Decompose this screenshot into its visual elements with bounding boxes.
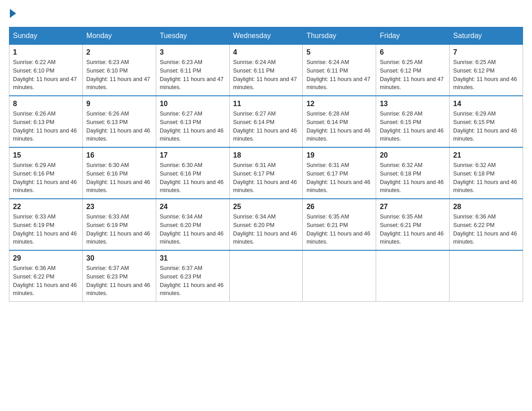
day-info: Sunrise: 6:30 AM Sunset: 6:16 PM Dayligh… <box>86 161 152 195</box>
day-info: Sunrise: 6:33 AM Sunset: 6:19 PM Dayligh… <box>13 213 79 246</box>
calendar-cell: 16 Sunrise: 6:30 AM Sunset: 6:16 PM Dayl… <box>82 147 156 199</box>
day-info: Sunrise: 6:23 AM Sunset: 6:10 PM Dayligh… <box>86 58 152 92</box>
calendar-cell: 15 Sunrise: 6:29 AM Sunset: 6:16 PM Dayl… <box>9 147 83 199</box>
calendar-cell: 31 Sunrise: 6:37 AM Sunset: 6:23 PM Dayl… <box>156 250 229 302</box>
day-info: Sunrise: 6:25 AM Sunset: 6:12 PM Dayligh… <box>453 58 519 92</box>
day-info: Sunrise: 6:27 AM Sunset: 6:14 PM Dayligh… <box>233 110 299 143</box>
calendar-cell: 21 Sunrise: 6:32 AM Sunset: 6:18 PM Dayl… <box>450 147 523 199</box>
day-number: 19 <box>306 151 372 159</box>
day-info: Sunrise: 6:36 AM Sunset: 6:22 PM Dayligh… <box>453 213 519 246</box>
calendar-cell: 8 Sunrise: 6:26 AM Sunset: 6:13 PM Dayli… <box>9 96 83 147</box>
day-number: 28 <box>453 203 519 211</box>
header-friday: Friday <box>376 27 450 45</box>
day-info: Sunrise: 6:23 AM Sunset: 6:11 PM Dayligh… <box>160 58 226 92</box>
day-number: 27 <box>380 203 446 211</box>
header-row: SundayMondayTuesdayWednesdayThursdayFrid… <box>9 27 523 45</box>
day-info: Sunrise: 6:26 AM Sunset: 6:13 PM Dayligh… <box>86 110 152 143</box>
calendar-table: SundayMondayTuesdayWednesdayThursdayFrid… <box>9 27 523 302</box>
day-info: Sunrise: 6:31 AM Sunset: 6:17 PM Dayligh… <box>306 161 372 195</box>
day-number: 15 <box>13 151 79 159</box>
day-number: 6 <box>380 48 446 56</box>
calendar-cell <box>450 250 523 302</box>
calendar-cell: 26 Sunrise: 6:35 AM Sunset: 6:21 PM Dayl… <box>303 199 376 250</box>
day-number: 7 <box>453 48 519 56</box>
header-tuesday: Tuesday <box>156 27 229 45</box>
logo-arrow-icon <box>10 9 16 18</box>
day-number: 20 <box>380 151 446 159</box>
day-number: 18 <box>233 151 299 159</box>
header-monday: Monday <box>82 27 156 45</box>
calendar-cell: 27 Sunrise: 6:35 AM Sunset: 6:21 PM Dayl… <box>376 199 450 250</box>
day-number: 10 <box>160 100 226 108</box>
calendar-cell: 11 Sunrise: 6:27 AM Sunset: 6:14 PM Dayl… <box>229 96 303 147</box>
week-row-4: 22 Sunrise: 6:33 AM Sunset: 6:19 PM Dayl… <box>9 199 523 250</box>
logo-blue-part <box>9 9 17 18</box>
calendar-cell <box>376 250 450 302</box>
calendar-cell: 9 Sunrise: 6:26 AM Sunset: 6:13 PM Dayli… <box>82 96 156 147</box>
day-number: 1 <box>13 48 79 56</box>
day-number: 24 <box>160 203 226 211</box>
calendar-cell: 4 Sunrise: 6:24 AM Sunset: 6:11 PM Dayli… <box>229 45 303 96</box>
calendar-cell: 2 Sunrise: 6:23 AM Sunset: 6:10 PM Dayli… <box>82 45 156 96</box>
calendar-cell: 18 Sunrise: 6:31 AM Sunset: 6:17 PM Dayl… <box>229 147 303 199</box>
day-info: Sunrise: 6:35 AM Sunset: 6:21 PM Dayligh… <box>306 213 372 246</box>
calendar-cell: 28 Sunrise: 6:36 AM Sunset: 6:22 PM Dayl… <box>450 199 523 250</box>
week-row-2: 8 Sunrise: 6:26 AM Sunset: 6:13 PM Dayli… <box>9 96 523 147</box>
day-info: Sunrise: 6:26 AM Sunset: 6:13 PM Dayligh… <box>13 110 79 143</box>
day-number: 11 <box>233 100 299 108</box>
header-saturday: Saturday <box>450 27 523 45</box>
day-info: Sunrise: 6:36 AM Sunset: 6:22 PM Dayligh… <box>13 264 79 298</box>
day-number: 31 <box>160 254 226 262</box>
day-info: Sunrise: 6:37 AM Sunset: 6:23 PM Dayligh… <box>160 264 226 298</box>
calendar-cell: 20 Sunrise: 6:32 AM Sunset: 6:18 PM Dayl… <box>376 147 450 199</box>
calendar-cell: 10 Sunrise: 6:27 AM Sunset: 6:13 PM Dayl… <box>156 96 229 147</box>
day-info: Sunrise: 6:32 AM Sunset: 6:18 PM Dayligh… <box>453 161 519 195</box>
day-info: Sunrise: 6:30 AM Sunset: 6:16 PM Dayligh… <box>160 161 226 195</box>
day-info: Sunrise: 6:27 AM Sunset: 6:13 PM Dayligh… <box>160 110 226 143</box>
header-wednesday: Wednesday <box>229 27 303 45</box>
calendar-cell: 7 Sunrise: 6:25 AM Sunset: 6:12 PM Dayli… <box>450 45 523 96</box>
day-info: Sunrise: 6:34 AM Sunset: 6:20 PM Dayligh… <box>160 213 226 246</box>
day-number: 17 <box>160 151 226 159</box>
calendar-cell: 6 Sunrise: 6:25 AM Sunset: 6:12 PM Dayli… <box>376 45 450 96</box>
calendar-cell: 12 Sunrise: 6:28 AM Sunset: 6:14 PM Dayl… <box>303 96 376 147</box>
header-thursday: Thursday <box>303 27 376 45</box>
calendar-cell: 14 Sunrise: 6:29 AM Sunset: 6:15 PM Dayl… <box>450 96 523 147</box>
day-number: 5 <box>306 48 372 56</box>
day-info: Sunrise: 6:37 AM Sunset: 6:23 PM Dayligh… <box>86 264 152 298</box>
calendar-cell: 22 Sunrise: 6:33 AM Sunset: 6:19 PM Dayl… <box>9 199 83 250</box>
calendar-cell <box>303 250 376 302</box>
calendar-cell: 1 Sunrise: 6:22 AM Sunset: 6:10 PM Dayli… <box>9 45 83 96</box>
calendar-cell: 17 Sunrise: 6:30 AM Sunset: 6:16 PM Dayl… <box>156 147 229 199</box>
day-number: 9 <box>86 100 152 108</box>
header-sunday: Sunday <box>9 27 83 45</box>
day-number: 3 <box>160 48 226 56</box>
day-info: Sunrise: 6:28 AM Sunset: 6:14 PM Dayligh… <box>306 110 372 143</box>
day-number: 30 <box>86 254 152 262</box>
logo <box>9 9 17 18</box>
day-number: 8 <box>13 100 79 108</box>
calendar-cell: 25 Sunrise: 6:34 AM Sunset: 6:20 PM Dayl… <box>229 199 303 250</box>
page-header <box>9 9 523 18</box>
calendar-cell: 5 Sunrise: 6:24 AM Sunset: 6:11 PM Dayli… <box>303 45 376 96</box>
day-number: 29 <box>13 254 79 262</box>
day-info: Sunrise: 6:32 AM Sunset: 6:18 PM Dayligh… <box>380 161 446 195</box>
day-number: 25 <box>233 203 299 211</box>
calendar-cell: 13 Sunrise: 6:28 AM Sunset: 6:15 PM Dayl… <box>376 96 450 147</box>
day-info: Sunrise: 6:31 AM Sunset: 6:17 PM Dayligh… <box>233 161 299 195</box>
day-info: Sunrise: 6:34 AM Sunset: 6:20 PM Dayligh… <box>233 213 299 246</box>
calendar-cell: 30 Sunrise: 6:37 AM Sunset: 6:23 PM Dayl… <box>82 250 156 302</box>
day-number: 12 <box>306 100 372 108</box>
day-number: 23 <box>86 203 152 211</box>
day-info: Sunrise: 6:25 AM Sunset: 6:12 PM Dayligh… <box>380 58 446 92</box>
calendar-cell: 29 Sunrise: 6:36 AM Sunset: 6:22 PM Dayl… <box>9 250 83 302</box>
calendar-cell: 3 Sunrise: 6:23 AM Sunset: 6:11 PM Dayli… <box>156 45 229 96</box>
day-info: Sunrise: 6:24 AM Sunset: 6:11 PM Dayligh… <box>306 58 372 92</box>
day-info: Sunrise: 6:28 AM Sunset: 6:15 PM Dayligh… <box>380 110 446 143</box>
week-row-3: 15 Sunrise: 6:29 AM Sunset: 6:16 PM Dayl… <box>9 147 523 199</box>
week-row-5: 29 Sunrise: 6:36 AM Sunset: 6:22 PM Dayl… <box>9 250 523 302</box>
day-info: Sunrise: 6:29 AM Sunset: 6:16 PM Dayligh… <box>13 161 79 195</box>
day-info: Sunrise: 6:35 AM Sunset: 6:21 PM Dayligh… <box>380 213 446 246</box>
day-number: 26 <box>306 203 372 211</box>
day-info: Sunrise: 6:33 AM Sunset: 6:19 PM Dayligh… <box>86 213 152 246</box>
